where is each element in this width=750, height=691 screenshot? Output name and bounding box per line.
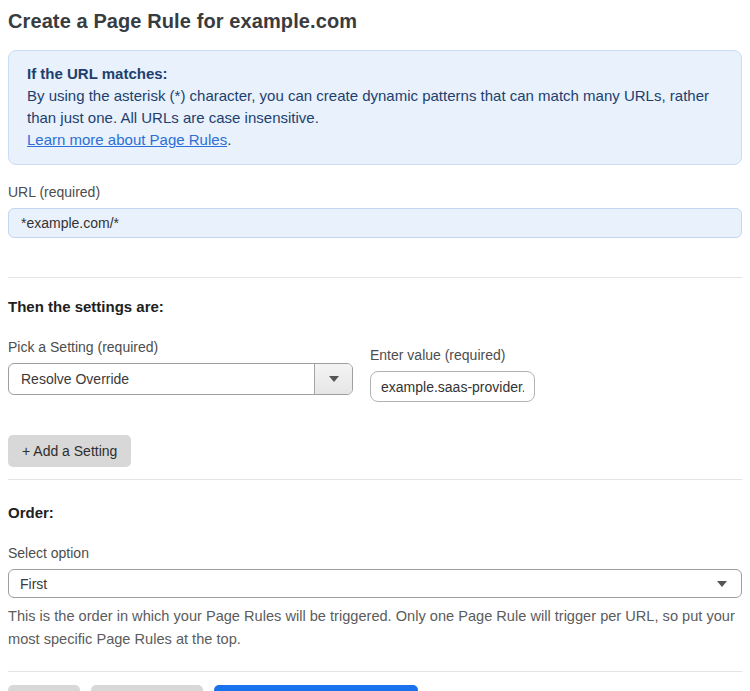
divider [8, 277, 742, 278]
actions-row: Cancel Save as Draft Save and Deploy Pag… [8, 685, 742, 691]
order-selected-value: First [9, 576, 717, 592]
add-setting-button[interactable]: + Add a Setting [8, 435, 131, 467]
settings-section-heading: Then the settings are: [8, 298, 742, 315]
setting-picker-label: Pick a Setting (required) [8, 339, 353, 355]
divider [8, 479, 742, 480]
learn-more-link[interactable]: Learn more about Page Rules [27, 131, 227, 148]
setting-picker-select[interactable]: Resolve Override [8, 363, 353, 395]
chevron-down-icon [717, 581, 727, 587]
cancel-button[interactable]: Cancel [8, 685, 80, 691]
order-help-text: This is the order in which your Page Rul… [8, 605, 742, 651]
setting-picker-column: Pick a Setting (required) Resolve Overri… [8, 339, 353, 395]
page-title: Create a Page Rule for example.com [8, 10, 742, 33]
url-field-label: URL (required) [8, 184, 742, 200]
info-box-body: By using the asterisk (*) character, you… [27, 85, 723, 129]
order-section-heading: Order: [8, 504, 742, 521]
info-box-link-line: Learn more about Page Rules. [27, 129, 723, 151]
setting-picker-selected-value: Resolve Override [9, 371, 314, 387]
link-period: . [227, 131, 231, 148]
url-input[interactable] [8, 208, 742, 238]
url-match-info-box: If the URL matches: By using the asteris… [8, 50, 742, 165]
divider [8, 671, 742, 672]
order-select-arrow [717, 581, 741, 587]
settings-row: Pick a Setting (required) Resolve Overri… [8, 339, 742, 402]
save-as-draft-button[interactable]: Save as Draft [91, 685, 204, 691]
setting-picker-dropdown-button[interactable] [314, 364, 352, 394]
order-select-label: Select option [8, 545, 742, 561]
order-select[interactable]: First [8, 569, 742, 598]
chevron-down-icon [329, 376, 339, 382]
info-box-heading: If the URL matches: [27, 63, 723, 85]
setting-value-label: Enter value (required) [370, 347, 535, 363]
setting-value-column: Enter value (required) [370, 339, 535, 402]
setting-value-input[interactable] [370, 371, 535, 402]
save-and-deploy-button[interactable]: Save and Deploy Page Rule [214, 685, 418, 691]
